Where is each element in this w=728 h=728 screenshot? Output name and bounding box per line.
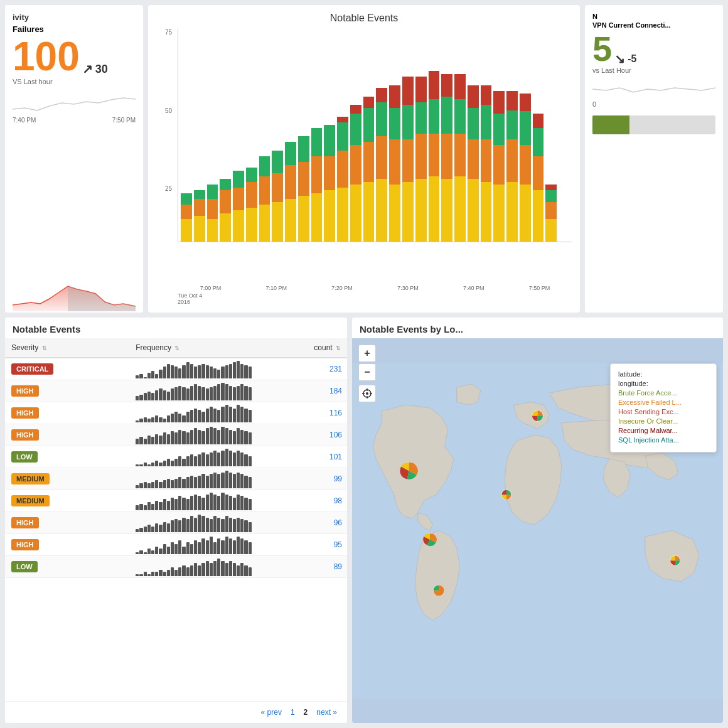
severity-badge: HIGH [11, 407, 39, 419]
vpn-card: N VPN Current Connecti... 5 ↘ -5 vs Last… [585, 5, 723, 313]
freq-bar [198, 565, 201, 577]
count-cell[interactable]: 116 [258, 402, 347, 424]
map-controls: + − [358, 345, 376, 402]
bar-segment [376, 179, 387, 242]
severity-badge: HIGH [11, 517, 39, 528]
freq-bar [174, 479, 178, 488]
freq-bar [198, 410, 201, 422]
bar-segment [207, 219, 218, 242]
count-cell[interactable]: 89 [258, 556, 347, 578]
count-cell[interactable]: 184 [258, 380, 347, 402]
freq-bar [167, 415, 170, 422]
freq-bar [249, 542, 252, 554]
freq-bar [213, 368, 217, 378]
bar-segment [246, 168, 257, 182]
bar-segment [181, 193, 192, 205]
freq-bar [151, 550, 154, 554]
freq-bar [213, 542, 217, 554]
zoom-in-button[interactable]: + [358, 345, 376, 362]
freq-bar [151, 504, 154, 510]
th-count[interactable]: count ⇅ [258, 338, 347, 358]
freq-bar [244, 386, 247, 400]
freq-bar [244, 476, 247, 488]
bar-segment [545, 185, 557, 190]
table-row: HIGH184 [5, 380, 347, 402]
freq-bar [190, 476, 193, 488]
freq-bar [139, 395, 142, 400]
bar-segment [272, 202, 283, 242]
freq-bar [201, 563, 205, 576]
next-page-link[interactable]: next » [314, 707, 340, 718]
bar-segment [220, 190, 231, 213]
freq-bar [237, 495, 240, 510]
freq-bar [136, 485, 139, 488]
freq-bar [206, 388, 209, 400]
th-severity[interactable]: Severity ⇅ [5, 338, 129, 358]
severity-badge: CRITICAL [11, 363, 53, 375]
freq-bar [186, 477, 190, 488]
bar-group [389, 85, 400, 242]
bar-segment [481, 182, 492, 242]
bar-segment [468, 139, 479, 179]
freq-bar [217, 559, 220, 576]
bar-segment [259, 156, 270, 176]
bar-segment [545, 190, 557, 201]
freq-bar [151, 393, 154, 400]
tooltip-item-4: Recurring Malwar... [618, 427, 709, 434]
count-cell[interactable]: 106 [258, 424, 347, 446]
count-cell[interactable]: 98 [258, 490, 347, 512]
freq-bar [206, 409, 209, 422]
map-area: + − [352, 338, 723, 723]
freq-bar [237, 361, 240, 378]
bar-segment [311, 193, 323, 242]
sort-icon-frequency: ⇅ [174, 345, 179, 351]
freq-bar [244, 365, 247, 378]
sort-icon-count: ⇅ [336, 345, 341, 351]
freq-bar [229, 473, 232, 488]
freq-bar [144, 505, 147, 510]
freq-bar [190, 454, 193, 466]
page-1-link[interactable]: 1 [288, 707, 297, 718]
svg-point-11 [366, 392, 368, 395]
bar-group [181, 193, 192, 242]
prev-page-link[interactable]: « prev [259, 707, 284, 718]
bar-segment [233, 210, 244, 242]
severity-badge: HIGH [11, 385, 39, 397]
count-cell[interactable]: 95 [258, 534, 347, 556]
freq-bar [151, 371, 154, 378]
activity-big-number: 100 [13, 36, 80, 77]
freq-bar [213, 428, 217, 444]
freq-bar [144, 377, 147, 378]
freq-bar [240, 519, 244, 532]
map-card: Notable Events by Lo... [352, 318, 723, 723]
freq-bar [240, 384, 244, 400]
bar-segment [285, 199, 296, 242]
bar-segment [520, 111, 531, 145]
bar-segment [376, 102, 387, 136]
vs-label: VS Last hour [13, 78, 136, 85]
freq-bar [210, 452, 213, 466]
zoom-out-button[interactable]: − [358, 363, 376, 381]
bar-segment [402, 182, 414, 242]
bar-segment [415, 77, 427, 102]
count-cell[interactable]: 99 [258, 468, 347, 490]
freq-bar [210, 474, 213, 488]
severity-cell: HIGH [5, 380, 129, 402]
page-2-link[interactable]: 2 [301, 707, 311, 718]
bar-group [233, 171, 244, 242]
activity-title: ivity [13, 13, 136, 22]
count-cell[interactable]: 231 [258, 358, 347, 380]
count-cell[interactable]: 96 [258, 512, 347, 534]
bar-segment [429, 71, 440, 99]
freq-bar [237, 518, 240, 532]
bar-segment [181, 205, 192, 219]
th-frequency[interactable]: Frequency ⇅ [129, 338, 257, 358]
severity-badge: LOW [11, 561, 38, 572]
freq-bar [229, 451, 232, 466]
freq-bar [194, 409, 197, 422]
target-button[interactable] [358, 385, 376, 402]
freq-bar [171, 365, 174, 378]
bar-segment [493, 185, 505, 242]
bar-segment [324, 125, 335, 156]
count-cell[interactable]: 101 [258, 446, 347, 468]
